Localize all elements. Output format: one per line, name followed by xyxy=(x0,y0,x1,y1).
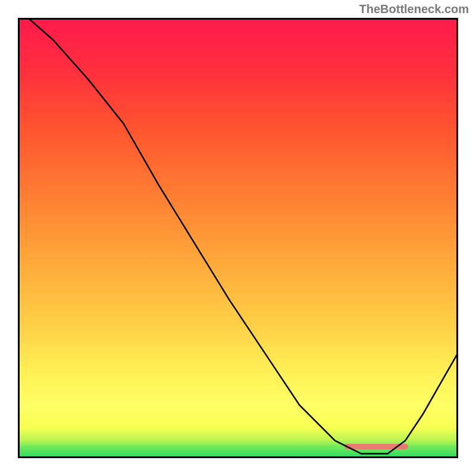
watermark-text: TheBottleneck.com xyxy=(359,2,469,16)
chart-container: TheBottleneck.com xyxy=(0,0,476,476)
gradient-background xyxy=(18,18,458,458)
highlight-marker xyxy=(345,444,408,449)
